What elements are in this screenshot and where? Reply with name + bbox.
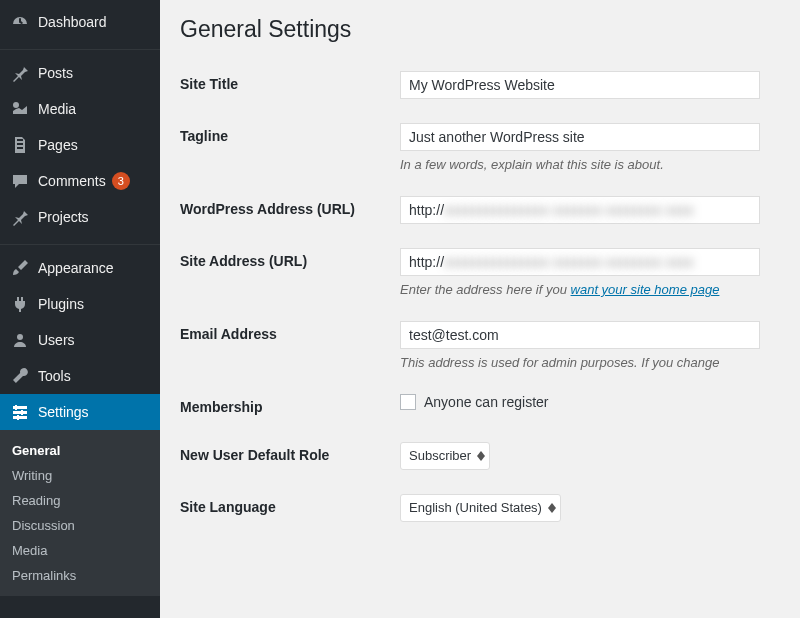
sidebar-item-pages[interactable]: Pages <box>0 127 160 163</box>
site-title-input[interactable] <box>400 71 760 99</box>
svg-rect-7 <box>17 415 19 420</box>
membership-checkbox[interactable] <box>400 394 416 410</box>
svg-rect-3 <box>13 411 27 414</box>
field-row-wp-url: WordPress Address (URL) http://xxxxxxxxx… <box>180 196 800 224</box>
field-row-tagline: Tagline In a few words, explain what thi… <box>180 123 800 172</box>
pin-icon <box>10 63 30 83</box>
sidebar-item-comments[interactable]: Comments 3 <box>0 163 160 199</box>
submenu-item-discussion[interactable]: Discussion <box>0 513 160 538</box>
sidebar-item-dashboard[interactable]: Dashboard <box>0 4 160 40</box>
plug-icon <box>10 294 30 314</box>
submenu-item-media[interactable]: Media <box>0 538 160 563</box>
email-description: This address is used for admin purposes.… <box>400 355 800 370</box>
sidebar-label: Posts <box>38 65 73 81</box>
sidebar-item-tools[interactable]: Tools <box>0 358 160 394</box>
settings-content: General Settings Site Title Tagline In a… <box>160 0 800 618</box>
menu-separator <box>0 240 160 245</box>
submenu-item-permalinks[interactable]: Permalinks <box>0 563 160 588</box>
language-label: Site Language <box>180 494 400 522</box>
wp-url-label: WordPress Address (URL) <box>180 196 400 224</box>
language-select[interactable]: English (United States) <box>400 494 561 522</box>
comment-icon <box>10 171 30 191</box>
default-role-select[interactable]: Subscriber <box>400 442 490 470</box>
field-row-default-role: New User Default Role Subscriber <box>180 442 800 470</box>
pin-icon <box>10 207 30 227</box>
media-icon <box>10 99 30 119</box>
sidebar-label: Plugins <box>38 296 84 312</box>
sidebar-item-posts[interactable]: Posts <box>0 55 160 91</box>
svg-rect-5 <box>15 405 17 410</box>
default-role-label: New User Default Role <box>180 442 400 470</box>
sidebar-item-appearance[interactable]: Appearance <box>0 250 160 286</box>
wrench-icon <box>10 366 30 386</box>
email-input[interactable] <box>400 321 760 349</box>
site-url-input[interactable]: http://xxxxxxxxxxxxxxx xxxxxxx xxxxxxxx … <box>400 248 760 276</box>
settings-icon <box>10 402 30 422</box>
admin-sidebar: Dashboard Posts Media Pages Comments 3 P… <box>0 0 160 618</box>
field-row-email: Email Address This address is used for a… <box>180 321 800 370</box>
svg-rect-4 <box>13 416 27 419</box>
sidebar-label: Comments <box>38 173 106 189</box>
sidebar-label: Pages <box>38 137 78 153</box>
comments-badge: 3 <box>112 172 130 190</box>
menu-separator <box>0 45 160 50</box>
dashboard-icon <box>10 12 30 32</box>
sidebar-item-projects[interactable]: Projects <box>0 199 160 235</box>
svg-point-0 <box>13 102 19 108</box>
svg-point-1 <box>17 334 23 340</box>
language-value: English (United States) <box>409 500 542 515</box>
pages-icon <box>10 135 30 155</box>
sidebar-label: Users <box>38 332 75 348</box>
sidebar-item-users[interactable]: Users <box>0 322 160 358</box>
site-home-page-link[interactable]: want your site home page <box>571 282 720 297</box>
field-row-site-url: Site Address (URL) http://xxxxxxxxxxxxxx… <box>180 248 800 297</box>
submenu-item-writing[interactable]: Writing <box>0 463 160 488</box>
sidebar-label: Appearance <box>38 260 114 276</box>
sidebar-item-media[interactable]: Media <box>0 91 160 127</box>
sidebar-label: Dashboard <box>38 14 107 30</box>
membership-checkbox-label: Anyone can register <box>424 394 549 410</box>
submenu-item-general[interactable]: General <box>0 438 160 463</box>
sidebar-label: Tools <box>38 368 71 384</box>
select-arrows-icon <box>548 503 556 513</box>
settings-submenu: General Writing Reading Discussion Media… <box>0 430 160 596</box>
sidebar-item-settings[interactable]: Settings <box>0 394 160 430</box>
tagline-input[interactable] <box>400 123 760 151</box>
select-arrows-icon <box>477 451 485 461</box>
default-role-value: Subscriber <box>409 448 471 463</box>
user-icon <box>10 330 30 350</box>
sidebar-label: Media <box>38 101 76 117</box>
submenu-item-reading[interactable]: Reading <box>0 488 160 513</box>
sidebar-label: Projects <box>38 209 89 225</box>
site-url-description: Enter the address here if you want your … <box>400 282 800 297</box>
field-row-site-title: Site Title <box>180 71 800 99</box>
sidebar-label: Settings <box>38 404 89 420</box>
tagline-description: In a few words, explain what this site i… <box>400 157 800 172</box>
site-url-label: Site Address (URL) <box>180 248 400 297</box>
brush-icon <box>10 258 30 278</box>
page-title: General Settings <box>180 16 800 43</box>
email-label: Email Address <box>180 321 400 370</box>
sidebar-item-plugins[interactable]: Plugins <box>0 286 160 322</box>
membership-label: Membership <box>180 394 400 418</box>
svg-rect-6 <box>21 410 23 415</box>
wp-url-input[interactable]: http://xxxxxxxxxxxxxxx xxxxxxx xxxxxxxx … <box>400 196 760 224</box>
tagline-label: Tagline <box>180 123 400 172</box>
site-title-label: Site Title <box>180 71 400 99</box>
field-row-membership: Membership Anyone can register <box>180 394 800 418</box>
field-row-language: Site Language English (United States) <box>180 494 800 522</box>
